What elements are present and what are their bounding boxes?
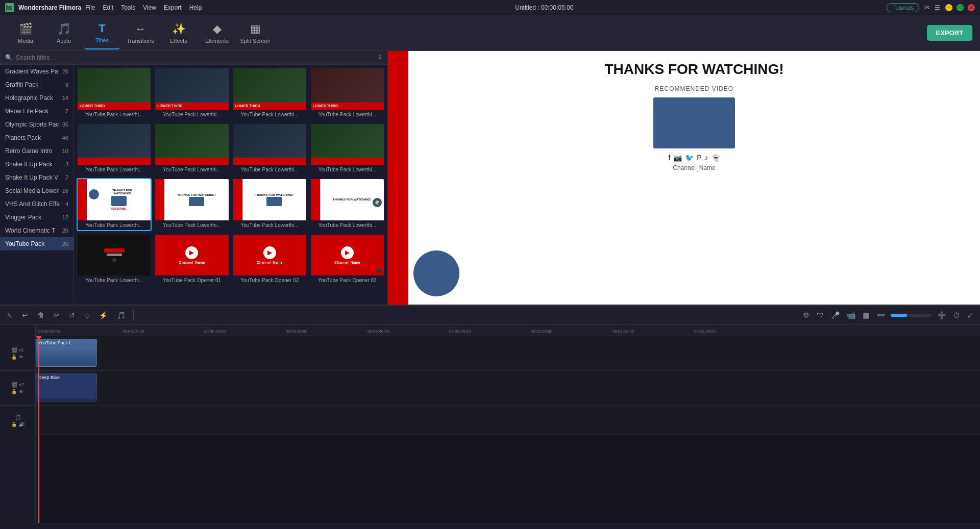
audio-mute-icon[interactable]: 🔊 xyxy=(19,422,24,427)
tl-split-button[interactable]: ⚡ xyxy=(97,310,109,321)
tl-expand-button[interactable]: ⤢ xyxy=(966,310,975,321)
track2-lock-icon[interactable]: 🔓 xyxy=(11,389,17,394)
thumb-card-8[interactable]: THANKS FORWATCHING! SUBSCRIBE YouTube Pa… xyxy=(77,178,152,231)
deep-blue-clip[interactable]: Deep Blue xyxy=(36,373,97,401)
sidebar-item-shake2[interactable]: Shake It Up Pack V 7 xyxy=(0,171,74,184)
instagram-icon: 📷 xyxy=(673,154,682,162)
menu-icon[interactable]: ☰ xyxy=(935,4,940,11)
timeline-ruler[interactable]: 00:00:00:00 00:00:10:00 00:00:20:00 00:0… xyxy=(36,325,980,336)
timeline-scrollbar[interactable] xyxy=(0,523,980,529)
grid-view-icon[interactable]: ⠿ xyxy=(378,54,382,61)
toolbar-effects[interactable]: ✨ Effects xyxy=(161,16,197,49)
audio-label: Audio xyxy=(57,38,71,44)
timeline-area: ↖ ↩ 🗑 ✂ ↺ ◇ ⚡ 🎵 ⚙ 🛡 🎤 📹 ▦ ➖ ➕ ⏱ ⤢ xyxy=(0,305,980,529)
sidebar-item-meow[interactable]: Meow Life Pack 7 xyxy=(0,105,74,118)
thumb-card-0[interactable]: LOWER THIRD YouTube Pack Lowerthi... xyxy=(77,67,152,120)
effects-label: Effects xyxy=(170,38,187,44)
menu-help[interactable]: Help xyxy=(189,4,202,11)
search-input[interactable] xyxy=(16,54,375,61)
tl-cut-button[interactable]: ✂ xyxy=(52,310,61,321)
title-bar-right: Tutorials ✉ ☰ ─ □ ✕ xyxy=(887,3,975,12)
close-button[interactable]: ✕ xyxy=(968,4,975,11)
tl-mic-button[interactable]: 🎤 xyxy=(829,310,841,321)
main-toolbar: 🎬 Media 🎵 Audio T Titles ↔ Transitions ✨… xyxy=(0,15,980,51)
track1-eye-icon[interactable]: 👁 xyxy=(19,355,23,360)
sidebar-item-world[interactable]: World Cinematic T 20 xyxy=(0,224,74,237)
preview-recommended: RECOMMENDED VIDEO xyxy=(655,85,733,92)
sidebar-item-vlogger[interactable]: Vlogger Pack 12 xyxy=(0,211,74,224)
menu-export[interactable]: Export xyxy=(164,4,182,11)
menu-file[interactable]: File xyxy=(85,4,95,11)
track2-eye-icon[interactable]: 👁 xyxy=(19,389,23,394)
thumb-card-10[interactable]: THANKS FOR WATCHING! YouTube Pack Lowert… xyxy=(232,178,307,231)
sidebar-item-planets[interactable]: Planets Pack 46 xyxy=(0,131,74,144)
thumb-card-9[interactable]: THANKS FOR WATCHING! YouTube Pack Lowert… xyxy=(154,178,229,231)
tl-shield-button[interactable]: 🛡 xyxy=(815,310,825,321)
thumb-card-3[interactable]: LOWER THIRD YouTube Pack Lowerthi... xyxy=(310,67,385,120)
v2-label: v2 xyxy=(19,382,24,387)
tl-restore-button[interactable]: ↺ xyxy=(67,310,77,321)
tl-undo-button[interactable]: ↩ xyxy=(20,310,30,321)
maximize-button[interactable]: □ xyxy=(957,4,964,11)
thumb-card-1[interactable]: LOWER THIRD YouTube Pack Lowerthi... xyxy=(154,67,229,120)
export-button[interactable]: EXPORT xyxy=(927,25,972,41)
menu-edit[interactable]: Edit xyxy=(103,4,113,11)
thumb-card-5[interactable]: YouTube Pack Lowerthi... xyxy=(154,123,229,176)
sidebar-item-youtube[interactable]: YouTube Pack 20 xyxy=(0,237,74,250)
tl-minus-button[interactable]: ➖ xyxy=(875,310,887,321)
tl-marker-button[interactable]: ◇ xyxy=(83,310,91,321)
tl-cursor-button[interactable]: ↖ xyxy=(5,310,14,321)
toolbar-transitions[interactable]: ↔ Transitions xyxy=(122,16,158,49)
sidebar-item-holographic[interactable]: Holographic Pack 14 xyxy=(0,91,74,105)
menu-tools[interactable]: Tools xyxy=(121,4,135,11)
tl-settings-button[interactable]: ⚙ xyxy=(801,310,811,321)
video-track-1: YouTube Pack L xyxy=(36,336,980,371)
sidebar-item-retro[interactable]: Retro Game Intro 10 xyxy=(0,144,74,158)
youtube-pack-clip[interactable]: YouTube Pack L xyxy=(36,339,97,367)
video-track-2: Deep Blue xyxy=(36,371,980,406)
zoom-slider[interactable] xyxy=(891,314,932,317)
track-header-audio: 🎵 🔓 🔊 xyxy=(0,406,35,436)
audio-lock-icon[interactable]: 🔓 xyxy=(11,422,17,427)
notification-icon[interactable]: ✉ xyxy=(924,4,929,11)
tl-plus-button[interactable]: ➕ xyxy=(936,310,947,321)
toolbar-audio[interactable]: 🎵 Audio xyxy=(46,16,82,49)
tl-audio-button[interactable]: 🎵 xyxy=(115,310,127,321)
sidebar-item-graffiti[interactable]: Graffiti Pack 8 xyxy=(0,78,74,91)
thumb-card-11[interactable]: 🌍 THANKS FOR WATCHING! YouTube Pack Lowe… xyxy=(310,178,385,231)
minimize-button[interactable]: ─ xyxy=(945,4,952,11)
toolbar-media[interactable]: 🎬 Media xyxy=(8,16,43,49)
thumb-card-4[interactable]: YouTube Pack Lowerthi... xyxy=(77,123,152,176)
track-headers: 🎬 v1 🔓 👁 🎬 v2 🔓 xyxy=(0,325,36,523)
timeline-tracks: YouTube Pack L Deep Blue xyxy=(36,336,980,523)
toolbar-titles[interactable]: T Titles xyxy=(84,16,120,49)
tl-delete-button[interactable]: 🗑 xyxy=(36,310,46,321)
thumb-card-opener02[interactable]: ▶ Channel_Name YouTube Pack Opener 02 xyxy=(232,234,307,287)
sidebar-item-shake1[interactable]: Shake It Up Pack 3 xyxy=(0,158,74,171)
search-icon: 🔍 xyxy=(5,54,13,61)
preview-video-box xyxy=(653,97,735,148)
thumb-card-6[interactable]: YouTube Pack Lowerthi... xyxy=(232,123,307,176)
thumb-card-12[interactable]: YouTube Pack Lowerthi... xyxy=(77,234,152,287)
track1-lock-icon[interactable]: 🔓 xyxy=(11,355,17,360)
tl-clock-button[interactable]: ⏱ xyxy=(951,310,962,321)
thumb-card-2[interactable]: LOWER THIRD YouTube Pack Lowerthi... xyxy=(232,67,307,120)
sidebar-item-vhs[interactable]: VHS And Glitch Effe 4 xyxy=(0,197,74,211)
menu-view[interactable]: View xyxy=(143,4,156,11)
sidebar-item-gradient[interactable]: Gradient Waves Pa 26 xyxy=(0,65,74,78)
tl-cam-button[interactable]: 📹 xyxy=(845,310,857,321)
split-screen-label: Split Screen xyxy=(240,38,270,44)
thumb-card-7[interactable]: YouTube Pack Lowerthi... xyxy=(310,123,385,176)
thumb-card-opener01[interactable]: ▶ Channel_Name YouTube Pack Opener 01 xyxy=(154,234,229,287)
ruler-mark-2: 00:00:20:00 xyxy=(204,329,226,334)
thumb-card-opener03[interactable]: ▶ Channel_Name YouTube Pack Opener 03 xyxy=(310,234,385,287)
toolbar-elements[interactable]: ◆ Elements xyxy=(199,16,235,49)
media-icon: 🎬 xyxy=(19,22,33,36)
pinterest-icon: P xyxy=(697,154,701,162)
tutorials-button[interactable]: Tutorials xyxy=(887,3,919,12)
sidebar-item-social[interactable]: Social Media Lower 16 xyxy=(0,184,74,197)
tl-grid-button[interactable]: ▦ xyxy=(861,310,871,321)
toolbar-split-screen[interactable]: ▦ Split Screen xyxy=(237,16,273,49)
v1-label: v1 xyxy=(19,347,24,352)
sidebar-item-olympic[interactable]: Olympic Sports Pac 35 xyxy=(0,118,74,131)
